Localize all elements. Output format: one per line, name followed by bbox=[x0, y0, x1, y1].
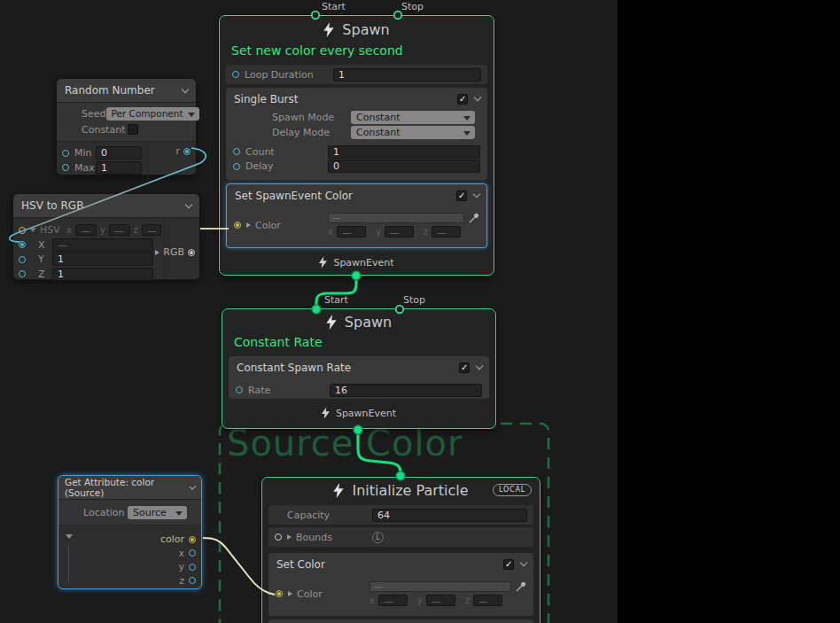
collapse-icon[interactable] bbox=[66, 534, 73, 539]
loop-duration-port[interactable] bbox=[232, 71, 239, 78]
bounds-port[interactable] bbox=[275, 533, 282, 541]
constant-checkbox[interactable] bbox=[128, 124, 138, 135]
chevron-down-icon[interactable] bbox=[189, 482, 196, 489]
expand-icon[interactable] bbox=[155, 250, 159, 255]
color-gradient-field[interactable]: — bbox=[328, 213, 464, 223]
x-field: — bbox=[337, 226, 366, 238]
color-label: Color bbox=[297, 588, 369, 600]
y-input-port[interactable] bbox=[19, 256, 26, 263]
block-title: Constant Spawn Rate bbox=[237, 362, 351, 374]
chevron-down-icon[interactable] bbox=[182, 85, 189, 92]
count-input[interactable]: 1 bbox=[328, 145, 480, 159]
x-input-port[interactable] bbox=[19, 241, 26, 248]
rate-input[interactable]: 16 bbox=[330, 384, 482, 397]
initialize-particle-context[interactable]: Initialize Particle LOCAL Capacity 64 Bo… bbox=[261, 477, 541, 623]
spawnevent-output-label: SpawnEvent bbox=[336, 408, 396, 419]
spawn-context-2[interactable]: Spawn Constant Rate Constant Spawn Rate … bbox=[222, 308, 496, 429]
min-port[interactable] bbox=[62, 150, 69, 157]
rgb-output-port[interactable] bbox=[188, 249, 195, 256]
capacity-label: Capacity bbox=[287, 510, 372, 521]
constant-label: Constant bbox=[82, 124, 128, 136]
constant-spawn-rate-enabled-checkbox[interactable] bbox=[459, 362, 470, 373]
max-port[interactable] bbox=[62, 164, 69, 171]
loop-duration-input[interactable]: 1 bbox=[333, 68, 481, 82]
random-number-node[interactable]: Random Number Seed Per Component Constan… bbox=[56, 78, 197, 175]
max-input[interactable]: 1 bbox=[96, 161, 142, 175]
y-output-port[interactable] bbox=[189, 564, 196, 571]
node-title: HSV to RGB bbox=[21, 199, 83, 212]
collapse-icon[interactable] bbox=[29, 228, 36, 232]
color-input-port[interactable] bbox=[276, 590, 283, 597]
z-label: z bbox=[424, 227, 428, 237]
chevron-down-icon[interactable] bbox=[474, 94, 481, 101]
x-output-port[interactable] bbox=[189, 549, 196, 557]
delay-mode-dropdown[interactable]: Constant bbox=[351, 126, 475, 139]
spawn2-sticky-label[interactable]: Constant Rate bbox=[222, 334, 495, 353]
rate-port[interactable] bbox=[236, 386, 243, 393]
lightning-icon bbox=[322, 407, 330, 419]
local-badge: LOCAL bbox=[493, 484, 532, 496]
chevron-down-icon[interactable] bbox=[476, 362, 483, 370]
delay-port[interactable] bbox=[233, 163, 240, 170]
bounds-label: Bounds bbox=[296, 532, 372, 543]
eyedropper-icon[interactable] bbox=[516, 581, 526, 592]
delay-input[interactable]: 0 bbox=[328, 160, 480, 173]
location-dropdown[interactable]: Source bbox=[128, 506, 187, 519]
y-field: — bbox=[109, 224, 130, 236]
min-input[interactable]: 0 bbox=[96, 146, 142, 160]
expand-icon[interactable] bbox=[288, 591, 292, 596]
set-color-enabled-checkbox[interactable] bbox=[503, 559, 514, 570]
location-label: Location bbox=[83, 507, 128, 518]
single-burst-block[interactable]: Single Burst Spawn Mode Constant Delay M… bbox=[226, 88, 487, 180]
expand-icon[interactable] bbox=[246, 222, 251, 228]
count-port[interactable] bbox=[233, 148, 240, 155]
expand-icon[interactable] bbox=[287, 534, 292, 540]
hsv-to-rgb-node[interactable]: HSV to RGB HSV x— y— z— X — bbox=[12, 193, 200, 280]
set-spawnevent-color-block[interactable]: Set SpawnEvent Color Color — bbox=[226, 183, 487, 248]
spawn1-sticky-label[interactable]: Set new color every second bbox=[220, 43, 494, 62]
spawn-mode-dropdown[interactable]: Constant bbox=[351, 111, 475, 124]
loop-duration-row: Loop Duration 1 bbox=[226, 65, 487, 84]
z-label: z bbox=[465, 596, 470, 605]
lightning-icon bbox=[326, 315, 337, 330]
x-field: — bbox=[378, 595, 408, 606]
count-label: Count bbox=[245, 146, 328, 158]
spawnevent-output-label: SpawnEvent bbox=[333, 257, 393, 269]
spawn1-start-label: Start bbox=[322, 1, 346, 12]
eyedropper-icon[interactable] bbox=[469, 213, 479, 223]
next-block-partial[interactable] bbox=[268, 619, 533, 623]
z-input[interactable]: 1 bbox=[52, 268, 153, 281]
r-output-port[interactable] bbox=[183, 148, 191, 155]
single-burst-enabled-checkbox[interactable] bbox=[457, 94, 468, 105]
y-field: — bbox=[426, 595, 455, 606]
bounds-link-badge[interactable]: L bbox=[372, 532, 384, 543]
x-label: x bbox=[66, 225, 72, 235]
set-color-block[interactable]: Set Color Color — x— bbox=[268, 553, 533, 616]
spawn-mode-label: Spawn Mode bbox=[272, 112, 351, 123]
hsv-input-port[interactable] bbox=[19, 227, 26, 234]
z-field: — bbox=[142, 224, 161, 236]
graph-viewport[interactable]: Source Color Start Stop Start Stop Spawn… bbox=[0, 0, 618, 623]
chevron-down-icon[interactable] bbox=[185, 200, 192, 207]
chevron-down-icon[interactable] bbox=[520, 559, 527, 566]
get-attribute-node[interactable]: Get Attribute: color (Source) Location S… bbox=[58, 475, 202, 589]
z-output-port[interactable] bbox=[189, 577, 196, 584]
color-gradient-field[interactable]: — bbox=[369, 581, 511, 592]
init-title-row: Initialize Particle LOCAL bbox=[262, 478, 540, 502]
constant-spawn-rate-block[interactable]: Constant Spawn Rate Rate 16 bbox=[229, 356, 489, 399]
z-input-port[interactable] bbox=[19, 270, 26, 277]
seed-dropdown[interactable]: Per Component bbox=[106, 107, 199, 121]
y-input[interactable]: 1 bbox=[52, 253, 153, 266]
color-output-port[interactable] bbox=[189, 536, 196, 543]
set-spawnevent-color-enabled-checkbox[interactable] bbox=[456, 191, 467, 201]
z-output-label: z bbox=[179, 575, 184, 587]
delay-label: Delay bbox=[245, 160, 328, 172]
spawn2-title-row: Spawn bbox=[222, 309, 495, 334]
y-field: — bbox=[385, 226, 414, 238]
color-output-label: color bbox=[160, 533, 184, 545]
node-title: Random Number bbox=[65, 84, 155, 97]
chevron-down-icon[interactable] bbox=[473, 191, 480, 198]
spawn-context-1[interactable]: Spawn Set new color every second Loop Du… bbox=[219, 15, 494, 276]
capacity-input[interactable]: 64 bbox=[372, 509, 527, 522]
color-input-port[interactable] bbox=[234, 222, 241, 229]
